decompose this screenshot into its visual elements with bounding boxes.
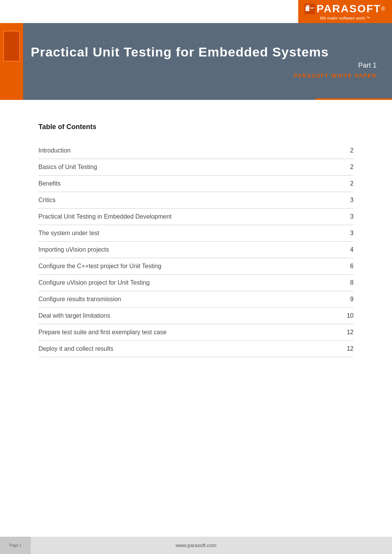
toc-entry-title: Deploy it and collect results: [38, 341, 338, 357]
toc-row[interactable]: Prepare test suite and first exemplary t…: [38, 324, 354, 341]
toc-entry-page: 9: [338, 291, 354, 308]
header: PARASOFT® We make software work.™: [0, 0, 392, 23]
toc-entry-title: Configure the C++test project for Unit T…: [38, 258, 338, 275]
toc-row[interactable]: Critics3: [38, 192, 354, 209]
toc-row[interactable]: Configure results transmission9: [38, 291, 354, 308]
svg-rect-3: [310, 7, 314, 9]
toc-entry-title: Prepare test suite and first exemplary t…: [38, 324, 338, 341]
toc-row[interactable]: The system under test3: [38, 225, 354, 242]
hero-label-white-paper: WHITE PAPER: [331, 73, 377, 79]
toc-entry-page: 12: [338, 341, 354, 357]
orange-left-accent: [3, 31, 20, 61]
toc-entry-title: The system under test: [38, 225, 338, 242]
toc-row[interactable]: Deploy it and collect results12: [38, 341, 354, 357]
toc-row[interactable]: Practical Unit Testing in Embedded Devel…: [38, 209, 354, 225]
toc-row[interactable]: Benefits2: [38, 176, 354, 192]
logo-brand: PARASOFT: [317, 3, 381, 15]
toc-entry-page: 2: [338, 143, 354, 159]
footer-left: Page 1: [0, 537, 31, 554]
hero-label-parasoft: PARASOFT: [294, 73, 329, 79]
toc-entry-title: Deal with target limitations: [38, 308, 338, 324]
footer: Page 1 www.parasoft.com: [0, 537, 392, 554]
toc-table: Introduction2Basics of Unit Testing2Bene…: [38, 143, 354, 357]
toc-entry-page: 3: [338, 225, 354, 242]
hero-label: PARASOFT WHITE PAPER: [31, 73, 377, 79]
toc-entry-title: Basics of Unit Testing: [38, 159, 338, 176]
toc-entry-title: Practical Unit Testing in Embedded Devel…: [38, 209, 338, 225]
toc-entry-title: Importing uVision projects: [38, 242, 338, 258]
toc-entry-title: Benefits: [38, 176, 338, 192]
toc-entry-page: 4: [338, 242, 354, 258]
footer-page-label: Page 1: [9, 543, 22, 547]
hero-subtitle: Part 1: [31, 61, 377, 70]
parasoft-icon: [304, 3, 315, 14]
toc-entry-page: 2: [338, 159, 354, 176]
toc-row[interactable]: Basics of Unit Testing2: [38, 159, 354, 176]
toc-entry-page: 12: [338, 324, 354, 341]
hero-title: Practical Unit Testing for Embedded Syst…: [31, 44, 377, 60]
orange-right-accent: [315, 98, 392, 100]
toc-row[interactable]: Deal with target limitations10: [38, 308, 354, 324]
logo-tagline: We make software work.™: [320, 16, 370, 20]
toc-row[interactable]: Introduction2: [38, 143, 354, 159]
main-content: Table of Contents Introduction2Basics of…: [0, 100, 392, 388]
hero-content: Practical Unit Testing for Embedded Syst…: [31, 44, 377, 79]
toc-entry-page: 6: [338, 258, 354, 275]
hero-banner: Practical Unit Testing for Embedded Syst…: [0, 23, 392, 100]
svg-rect-1: [306, 7, 309, 11]
orange-left-bar: [0, 23, 23, 100]
svg-rect-2: [306, 5, 309, 7]
toc-row[interactable]: Configure the C++test project for Unit T…: [38, 258, 354, 275]
logo-text: PARASOFT®: [304, 3, 386, 15]
toc-entry-page: 2: [338, 176, 354, 192]
toc-entry-title: Introduction: [38, 143, 338, 159]
toc-entry-page: 10: [338, 308, 354, 324]
toc-entry-title: Configure results transmission: [38, 291, 338, 308]
toc-entry-title: Configure uVision project for Unit Testi…: [38, 275, 338, 291]
toc-row[interactable]: Importing uVision projects4: [38, 242, 354, 258]
toc-row[interactable]: Configure uVision project for Unit Testi…: [38, 275, 354, 291]
toc-entry-page: 3: [338, 192, 354, 209]
footer-url: www.parasoft.com: [176, 542, 216, 548]
toc-entry-page: 3: [338, 209, 354, 225]
toc-entry-page: 8: [338, 275, 354, 291]
toc-heading: Table of Contents: [38, 123, 354, 131]
toc-entry-title: Critics: [38, 192, 338, 209]
logo-area: PARASOFT® We make software work.™: [298, 0, 392, 23]
